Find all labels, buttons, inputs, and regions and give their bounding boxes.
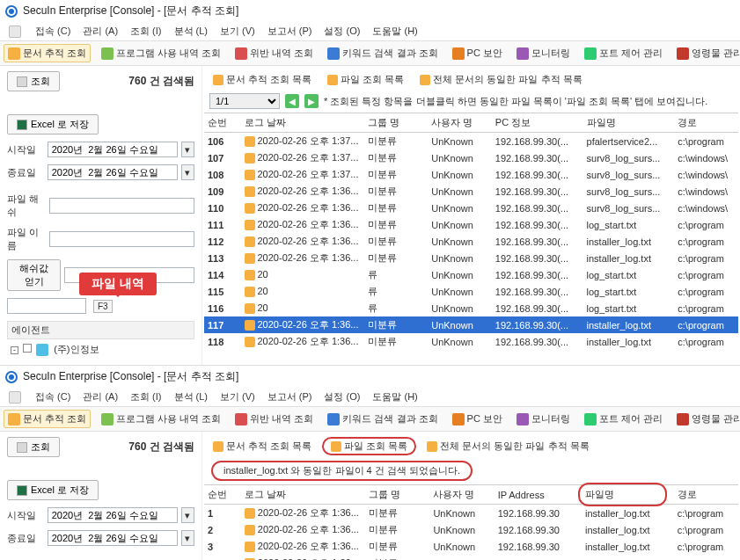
- menu-view[interactable]: 조회 (I): [130, 25, 161, 38]
- menu-settings[interactable]: 설정 (O): [324, 25, 360, 38]
- col-path[interactable]: 경로: [674, 113, 738, 133]
- menu-connect[interactable]: 접속 (C): [35, 390, 70, 404]
- col-path[interactable]: 경로: [674, 485, 738, 505]
- file-name-input[interactable]: [49, 231, 194, 247]
- table-row[interactable]: 42020-02-26 오후 1:36...미분류UnKnown192.168.…: [204, 555, 738, 560]
- table-row[interactable]: 1172020-02-26 오후 1:36...미분류UnKnown192.16…: [204, 316, 738, 333]
- excel-export-button[interactable]: Excel 로 저장: [7, 480, 99, 500]
- menu-report[interactable]: 보고서 (P): [267, 25, 312, 38]
- col-no[interactable]: 순번: [204, 113, 241, 133]
- end-date-input[interactable]: [48, 530, 178, 546]
- tool-prog-usage[interactable]: 프로그램 사용 내역 조회: [98, 411, 224, 427]
- table-row[interactable]: 22020-02-26 오후 1:36...미분류UnKnown192.168.…: [204, 521, 738, 538]
- tool-prog-usage[interactable]: 프로그램 사용 내역 조회: [98, 45, 224, 62]
- col-group[interactable]: 그룹 명: [364, 113, 429, 133]
- start-date-input[interactable]: [48, 507, 178, 523]
- tool-screen[interactable]: 영령물 관리: [673, 45, 740, 62]
- tab-all-same-file[interactable]: 전체 문서의 동일한 파일 추적 목록: [414, 71, 587, 88]
- menu-report[interactable]: 보고서 (P): [267, 390, 312, 404]
- tool-pc-sec[interactable]: PC 보안: [449, 45, 506, 62]
- start-date-label: 시작일: [7, 509, 44, 522]
- tool-port[interactable]: 포트 제어 관리: [581, 45, 666, 62]
- table-row[interactable]: 32020-02-26 오후 1:36...미분류UnKnown192.168.…: [204, 538, 738, 555]
- table-row[interactable]: 1132020-02-26 오후 1:36...미분류UnKnown192.16…: [204, 250, 738, 266]
- tree-expand-icon[interactable]: -: [11, 346, 18, 354]
- search-input[interactable]: [7, 298, 86, 314]
- titlebar-1: SecuIn Enterprise [Console] - [문서 추적 조회]: [0, 0, 740, 22]
- tool-monitoring[interactable]: 모니터링: [513, 411, 574, 427]
- table-row[interactable]: 11520류UnKnown192.168.99.30(...log_start.…: [204, 283, 738, 300]
- table-row[interactable]: 1102020-02-26 오후 1:36...미분류UnKnown192.16…: [204, 200, 738, 216]
- menu-manage[interactable]: 관리 (A): [83, 25, 118, 38]
- menu-help[interactable]: 도움말 (H): [372, 25, 417, 38]
- page-select[interactable]: 1/1: [209, 93, 280, 109]
- tool-keyword[interactable]: 키워드 검색 결과 조회: [324, 45, 441, 62]
- pc-icon: [452, 47, 465, 60]
- calendar-icon[interactable]: ▾: [181, 142, 194, 157]
- table-row[interactable]: 11420류UnKnown192.168.99.30(...log_start.…: [204, 266, 738, 283]
- tab-file-list[interactable]: 파일 조회 목록: [322, 71, 409, 88]
- f3-button[interactable]: F3: [93, 300, 113, 313]
- menu-help[interactable]: 도움말 (H): [372, 390, 417, 404]
- table-row[interactable]: 1122020-02-26 오후 1:36...미분류UnKnown192.16…: [204, 233, 738, 250]
- tab-doc-trace-list[interactable]: 문서 추적 조회 목록: [208, 438, 317, 455]
- calendar-icon[interactable]: ▾: [181, 507, 194, 523]
- tool-keyword[interactable]: 키워드 검색 결과 조회: [324, 411, 441, 427]
- col-user[interactable]: 사용자 명: [429, 485, 494, 505]
- agent-name[interactable]: (주)인정보: [54, 344, 99, 354]
- menu-icon[interactable]: [9, 25, 21, 38]
- next-page-button[interactable]: ▶: [304, 94, 319, 108]
- tool-monitoring[interactable]: 모니터링: [513, 45, 574, 62]
- table-row[interactable]: 11620류UnKnown192.168.99.30(...log_start.…: [204, 300, 738, 316]
- table-row[interactable]: 1182020-02-26 오후 1:36...미분류UnKnown192.16…: [204, 333, 738, 350]
- menu-analyze[interactable]: 분석 (L): [174, 25, 209, 38]
- menu-analyze[interactable]: 분석 (L): [174, 390, 209, 404]
- col-file[interactable]: 파일명: [582, 485, 674, 505]
- menu-manage[interactable]: 관리 (A): [83, 390, 118, 404]
- tool-port[interactable]: 포트 제어 관리: [581, 411, 666, 427]
- tool-doc-trace[interactable]: 문서 추적 조회: [4, 44, 91, 62]
- col-file[interactable]: 파일명: [583, 113, 675, 133]
- col-ip[interactable]: IP Address: [495, 485, 582, 505]
- end-date-input[interactable]: [48, 164, 178, 180]
- col-user[interactable]: 사용자 명: [428, 113, 492, 133]
- col-group[interactable]: 그룹 명: [365, 485, 429, 505]
- end-date-label: 종료일: [7, 166, 44, 179]
- col-date[interactable]: 로그 날짜: [241, 485, 365, 505]
- table-row[interactable]: 1082020-02-26 오후 1:37...미분류UnKnown192.16…: [204, 166, 738, 183]
- excel-export-button[interactable]: Excel 로 저장: [7, 114, 99, 135]
- list-icon: [213, 441, 223, 452]
- col-date[interactable]: 로그 날짜: [241, 113, 364, 133]
- tool-doc-trace[interactable]: 문서 추적 조회: [4, 410, 91, 428]
- table-row[interactable]: 1092020-02-26 오후 1:36...미분류UnKnown192.16…: [204, 183, 738, 200]
- menu-view[interactable]: 조회 (I): [130, 390, 161, 404]
- tool-pc-sec[interactable]: PC 보안: [449, 411, 506, 427]
- query-button[interactable]: 조회: [7, 437, 60, 457]
- table-row[interactable]: 1062020-02-26 오후 1:37...미분류UnKnown192.16…: [204, 133, 738, 150]
- tool-violation[interactable]: 위반 내역 조회: [231, 45, 317, 62]
- col-no[interactable]: 순번: [204, 485, 241, 505]
- tool-screen[interactable]: 영령물 관리: [673, 411, 740, 427]
- table-row[interactable]: 1112020-02-26 오후 1:36...미분류UnKnown192.16…: [204, 216, 738, 233]
- calendar-icon[interactable]: ▾: [181, 530, 194, 546]
- tab-doc-trace-list[interactable]: 문서 추적 조회 목록: [208, 71, 317, 88]
- agent-header: 에이전트: [7, 321, 194, 339]
- start-date-input[interactable]: [48, 142, 178, 157]
- menu-settings[interactable]: 설정 (O): [324, 390, 360, 404]
- menu-look[interactable]: 보기 (V): [220, 25, 255, 38]
- table-row[interactable]: 1072020-02-26 오후 1:37...미분류UnKnown192.16…: [204, 149, 738, 166]
- prev-page-button[interactable]: ◀: [285, 94, 299, 108]
- get-hash-button[interactable]: 해쉬값 얻기: [7, 259, 61, 291]
- tab-file-list[interactable]: 파일 조회 목록: [322, 437, 416, 455]
- menu-connect[interactable]: 접속 (C): [35, 25, 70, 38]
- menu-icon[interactable]: [9, 391, 21, 404]
- calendar-icon[interactable]: ▾: [181, 164, 194, 180]
- table-row[interactable]: 12020-02-26 오후 1:36...미분류UnKnown192.168.…: [204, 505, 738, 522]
- tool-violation[interactable]: 위반 내역 조회: [231, 411, 317, 427]
- tree-checkbox[interactable]: [23, 344, 32, 353]
- file-hash-input[interactable]: [49, 198, 194, 214]
- query-button[interactable]: 조회: [7, 71, 60, 91]
- tab-all-same-file[interactable]: 전체 문서의 동일한 파일 추적 목록: [421, 438, 594, 455]
- col-pc[interactable]: PC 정보: [492, 113, 583, 133]
- menu-look[interactable]: 보기 (V): [220, 390, 255, 404]
